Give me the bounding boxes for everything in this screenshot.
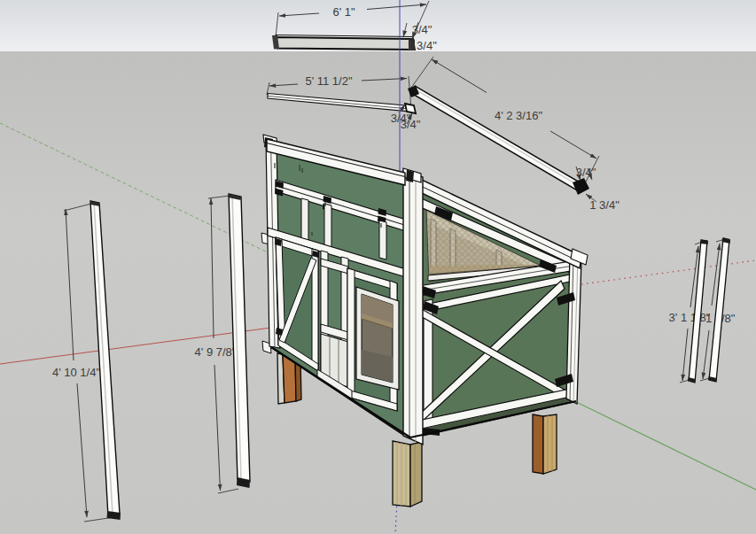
svg-text:6' 1": 6' 1" bbox=[332, 5, 355, 19]
svg-text:1 3/4": 1 3/4" bbox=[589, 198, 620, 212]
svg-text:4' 2 3/16": 4' 2 3/16" bbox=[495, 109, 542, 122]
svg-text:1 3/4": 1 3/4" bbox=[407, 39, 437, 52]
svg-text:4' 10 1/4": 4' 10 1/4" bbox=[52, 366, 100, 379]
svg-text:3/4": 3/4" bbox=[401, 118, 421, 131]
svg-text:4' 9 7/8": 4' 9 7/8" bbox=[195, 345, 237, 359]
svg-text:5' 11 1/2": 5' 11 1/2" bbox=[305, 74, 353, 88]
svg-text:3/4": 3/4" bbox=[576, 166, 596, 179]
svg-text:3/4": 3/4" bbox=[412, 23, 433, 36]
